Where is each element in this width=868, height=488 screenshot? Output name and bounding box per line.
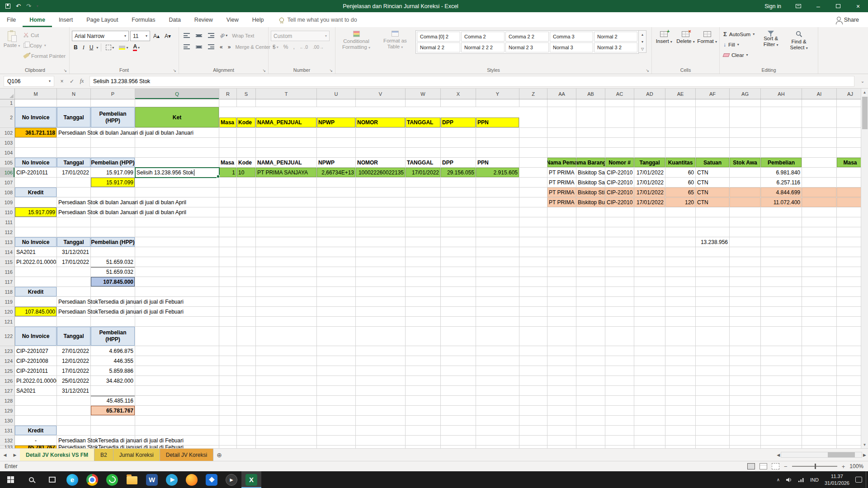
- gallery-down-button[interactable]: ▾: [639, 38, 646, 45]
- cell-Y120[interactable]: [476, 307, 519, 317]
- font-color-button[interactable]: A▾: [131, 43, 142, 52]
- cell-AJ2[interactable]: [837, 107, 861, 128]
- cell-AA1[interactable]: [547, 99, 576, 107]
- cell-Q124[interactable]: [135, 356, 219, 366]
- cell-N112[interactable]: [57, 227, 91, 237]
- cell-Z126[interactable]: [519, 376, 547, 386]
- cell-AI110[interactable]: [802, 207, 837, 217]
- cell-Z132[interactable]: [519, 436, 547, 446]
- column-header-AC[interactable]: AC: [605, 89, 634, 99]
- cell-Y132[interactable]: [476, 436, 519, 446]
- cell-R116[interactable]: [219, 267, 237, 277]
- column-header-Z[interactable]: Z: [519, 89, 547, 99]
- column-header-W[interactable]: W: [406, 89, 441, 99]
- cell-M105[interactable]: No Invoice: [15, 158, 57, 168]
- column-header-T[interactable]: T: [256, 89, 317, 99]
- cell-AH133[interactable]: [761, 446, 802, 448]
- cell-V1[interactable]: [356, 99, 406, 107]
- cell-AE114[interactable]: [665, 247, 696, 257]
- cell-AD130[interactable]: [634, 416, 665, 426]
- cell-N118[interactable]: [57, 287, 91, 297]
- cell-V124[interactable]: [356, 356, 406, 366]
- cell-AF115[interactable]: [696, 257, 730, 267]
- cell-X107[interactable]: [441, 178, 476, 188]
- cell-M132[interactable]: -: [15, 436, 57, 446]
- cell-AD110[interactable]: [634, 207, 665, 217]
- cell-AB108[interactable]: Biskitop Sti: [576, 188, 605, 197]
- row-header-119[interactable]: 119: [0, 297, 15, 307]
- cell-AG116[interactable]: [730, 267, 761, 277]
- font-name-select[interactable]: Arial Narrow▾: [72, 31, 129, 41]
- maximize-button[interactable]: [828, 0, 848, 12]
- cell-T133[interactable]: [256, 446, 317, 448]
- cell-AA130[interactable]: [547, 416, 576, 426]
- cell-AB102[interactable]: [576, 128, 605, 138]
- cell-AI112[interactable]: [802, 227, 837, 237]
- cell-AJ112[interactable]: [837, 227, 861, 237]
- cell-AH129[interactable]: [761, 406, 802, 416]
- row-header-105[interactable]: 105: [0, 158, 15, 168]
- cell-Y119[interactable]: [476, 297, 519, 307]
- media-player-icon[interactable]: [222, 471, 241, 488]
- cell-U1[interactable]: [317, 99, 356, 107]
- cell-R119[interactable]: [219, 297, 237, 307]
- cell-AA122[interactable]: [547, 327, 576, 346]
- cell-AG1[interactable]: [730, 99, 761, 107]
- cell-T105[interactable]: NAMA_PENJUAL: [256, 158, 317, 168]
- cell-N115[interactable]: 17/01/2022: [57, 257, 91, 267]
- cell-Y1[interactable]: [476, 99, 519, 107]
- cell-Z107[interactable]: [519, 178, 547, 188]
- firefox-icon[interactable]: [182, 471, 202, 488]
- cell-P117[interactable]: 107.845.000: [91, 277, 135, 287]
- cell-M130[interactable]: [15, 416, 57, 426]
- cell-R131[interactable]: [219, 426, 237, 436]
- cell-T120[interactable]: [256, 307, 317, 317]
- cell-Z127[interactable]: [519, 386, 547, 396]
- cell-AJ109[interactable]: [837, 197, 861, 207]
- cell-T113[interactable]: [256, 237, 317, 247]
- cell-N131[interactable]: [57, 426, 91, 436]
- cell-AB1[interactable]: [576, 99, 605, 107]
- row-header-1[interactable]: 1: [0, 99, 15, 107]
- cell-R113[interactable]: [219, 237, 237, 247]
- cell-AG117[interactable]: [730, 277, 761, 287]
- cell-N126[interactable]: 25/01/2022: [57, 376, 91, 386]
- cell-AB119[interactable]: [576, 297, 605, 307]
- cell-R110[interactable]: [219, 207, 237, 217]
- cell-V109[interactable]: [356, 197, 406, 207]
- cell-S131[interactable]: [237, 426, 256, 436]
- horizontal-scroll-track[interactable]: [781, 452, 862, 458]
- cell-T106[interactable]: PT PRIMA SANJAYA: [256, 168, 317, 178]
- cell-AH132[interactable]: [761, 436, 802, 446]
- cell-N119[interactable]: Persediaan StokTersedia di januari di ju…: [57, 297, 91, 307]
- column-header-AB[interactable]: AB: [576, 89, 605, 99]
- cell-Q105[interactable]: [135, 158, 219, 168]
- cell-M2[interactable]: No Invoice: [15, 107, 57, 128]
- cell-AC131[interactable]: [605, 426, 634, 436]
- cell-U123[interactable]: [317, 346, 356, 356]
- cell-AI132[interactable]: [802, 436, 837, 446]
- ribbon-tab-formulas[interactable]: Formulas: [125, 12, 162, 27]
- cell-AF120[interactable]: [696, 307, 730, 317]
- cell-U122[interactable]: [317, 327, 356, 346]
- cell-AB125[interactable]: [576, 366, 605, 376]
- cell-AD111[interactable]: [634, 217, 665, 227]
- wrap-text-button[interactable]: Wrap Text: [231, 31, 255, 40]
- row-header-2[interactable]: 2: [0, 107, 15, 128]
- cell-AD104[interactable]: [634, 148, 665, 158]
- decrease-font-size-button[interactable]: A▾: [163, 32, 173, 40]
- cell-S114[interactable]: [237, 247, 256, 257]
- cell-AD133[interactable]: [634, 446, 665, 448]
- cell-Z2[interactable]: [519, 107, 547, 128]
- cell-AG133[interactable]: [730, 446, 761, 448]
- cell-AF114[interactable]: [696, 247, 730, 257]
- cell-AG124[interactable]: [730, 356, 761, 366]
- cell-AG115[interactable]: [730, 257, 761, 267]
- cell-U107[interactable]: [317, 178, 356, 188]
- sheet-tab-jurnal-koreksi[interactable]: Jurnal Koreksi: [113, 449, 160, 461]
- cell-AD121[interactable]: [634, 317, 665, 327]
- cell-R133[interactable]: [219, 446, 237, 448]
- cell-Y130[interactable]: [476, 416, 519, 426]
- cell-AD128[interactable]: [634, 396, 665, 406]
- cell-W126[interactable]: [406, 376, 441, 386]
